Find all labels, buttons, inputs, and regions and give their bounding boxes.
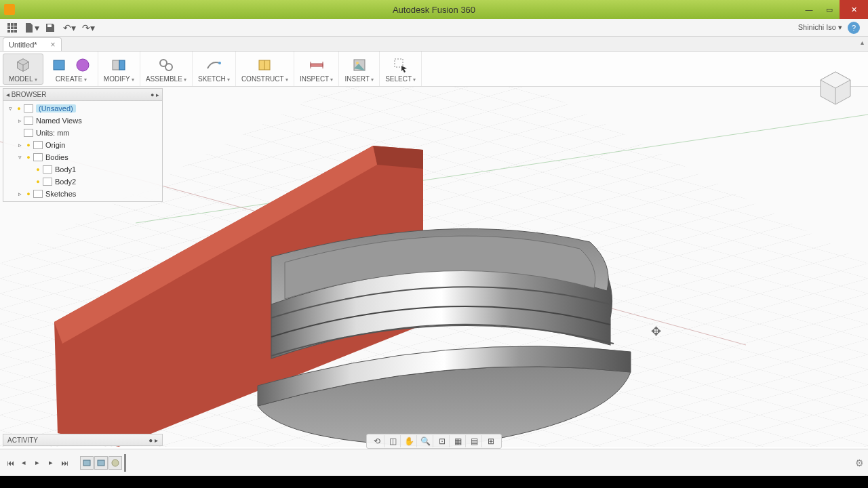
grid-button[interactable]: ▤ xyxy=(467,435,482,447)
model-workspace-icon xyxy=(14,56,33,75)
save-button[interactable] xyxy=(42,20,58,35)
activity-pin-icon[interactable]: ● ▸ xyxy=(149,436,158,444)
assemble-group[interactable]: ASSEMBLE xyxy=(140,52,193,86)
box-icon xyxy=(50,56,69,75)
maximize-button[interactable]: ▭ xyxy=(819,0,840,19)
tree-body2[interactable]: Body2 xyxy=(3,176,162,188)
svg-rect-13 xyxy=(119,60,125,70)
modify-group[interactable]: MODIFY xyxy=(98,52,140,86)
svg-rect-19 xyxy=(311,64,323,66)
timeline-feature-3[interactable] xyxy=(108,456,122,470)
look-button[interactable]: ◫ xyxy=(386,435,401,447)
assemble-label: ASSEMBLE xyxy=(146,75,186,83)
insert-icon xyxy=(350,56,369,75)
title-bar: Autodesk Fusion 360 — ▭ ✕ xyxy=(0,0,868,19)
document-tab[interactable]: Untitled* × xyxy=(3,37,62,51)
assemble-icon xyxy=(157,56,176,75)
modify-icon xyxy=(109,56,128,75)
timeline-play-controls: ⏮ ◂ ▸ ▸ ⏭ xyxy=(4,457,71,469)
timeline-settings-icon[interactable]: ⚙ xyxy=(855,458,864,468)
svg-rect-7 xyxy=(11,30,14,33)
svg-point-36 xyxy=(112,460,119,466)
browser-header[interactable]: ◂ BROWSER ● ▸ xyxy=(3,89,162,101)
workspace-label: MODEL xyxy=(9,75,37,83)
undo-button[interactable]: ↶▾ xyxy=(61,20,77,35)
document-tab-row: Untitled* × ▴ xyxy=(0,37,868,52)
orbit-button[interactable]: ⟲ xyxy=(370,435,384,447)
svg-point-16 xyxy=(218,62,221,64)
close-tab-icon[interactable]: × xyxy=(51,40,56,49)
timeline-feature-2[interactable] xyxy=(94,456,108,470)
svg-point-11 xyxy=(77,59,89,71)
tree-units[interactable]: Units: mm xyxy=(3,127,162,139)
display-button[interactable]: ▦ xyxy=(451,435,466,447)
svg-rect-1 xyxy=(11,23,14,26)
zoom-button[interactable]: 🔍 xyxy=(418,435,433,447)
timeline-feature-1[interactable] xyxy=(80,456,94,470)
svg-point-23 xyxy=(356,62,359,64)
select-group[interactable]: SELECT xyxy=(380,52,422,86)
tree-origin[interactable]: ▹Origin xyxy=(3,139,162,151)
browser-panel: ◂ BROWSER ● ▸ ▿(Unsaved) ▹Named Views Un… xyxy=(3,88,163,202)
tree-root[interactable]: ▿(Unsaved) xyxy=(3,102,162,115)
modify-label: MODIFY xyxy=(104,75,134,83)
construct-icon xyxy=(255,56,274,75)
tree-body1[interactable]: Body1 xyxy=(3,163,162,176)
timeline-prev-button[interactable]: ◂ xyxy=(18,457,30,469)
browser-tree: ▿(Unsaved) ▹Named Views Units: mm ▹Origi… xyxy=(3,101,162,201)
inspect-icon xyxy=(307,56,326,75)
collapse-ribbon-icon[interactable]: ▴ xyxy=(861,39,864,46)
window-controls: — ▭ ✕ xyxy=(799,0,868,19)
orbit-cursor-icon: ✥ xyxy=(651,324,661,339)
svg-rect-3 xyxy=(7,26,10,29)
svg-rect-12 xyxy=(113,60,119,70)
timeline-marker[interactable] xyxy=(124,454,126,472)
svg-rect-4 xyxy=(11,26,14,29)
sketch-icon xyxy=(204,56,223,75)
view-cube[interactable] xyxy=(815,68,856,108)
user-menu[interactable]: Shinichi Iso ▾ xyxy=(798,23,842,32)
activity-panel[interactable]: ACTIVITY ● ▸ xyxy=(3,434,163,446)
close-button[interactable]: ✕ xyxy=(840,0,868,19)
timeline: ⏮ ◂ ▸ ▸ ⏭ ⚙ xyxy=(0,449,868,476)
redo-button[interactable]: ↷▾ xyxy=(80,20,96,35)
create-label: CREATE xyxy=(56,75,87,83)
navigation-bar: ⟲ ◫ ✋ 🔍 ⊡ ▦ ▤ ⊞ xyxy=(366,434,502,449)
pan-button[interactable]: ✋ xyxy=(402,435,417,447)
svg-rect-10 xyxy=(54,60,64,70)
tree-bodies[interactable]: ▿Bodies xyxy=(3,151,162,163)
app-title: Autodesk Fusion 360 xyxy=(393,5,475,15)
data-panel-button[interactable] xyxy=(4,20,20,35)
inspect-group[interactable]: INSPECT xyxy=(294,52,340,86)
construct-group[interactable]: CONSTRUCT xyxy=(236,52,294,86)
bottom-black-bar xyxy=(0,476,868,488)
browser-title: BROWSER xyxy=(12,91,47,98)
timeline-start-button[interactable]: ⏮ xyxy=(4,457,16,469)
activity-label: ACTIVITY xyxy=(7,436,38,444)
viewports-button[interactable]: ⊞ xyxy=(484,435,498,447)
create-group[interactable]: CREATE xyxy=(45,52,98,86)
workspace-selector[interactable]: MODEL xyxy=(3,54,43,85)
file-button[interactable]: ▾ xyxy=(23,20,39,35)
ribbon-toolbar: MODEL CREATE MODIFY ASSEMBLE SKETCH CONS… xyxy=(0,52,868,87)
svg-rect-6 xyxy=(7,30,10,33)
svg-rect-9 xyxy=(47,24,52,27)
select-label: SELECT xyxy=(385,75,416,83)
help-button[interactable]: ? xyxy=(848,22,860,34)
pin-icon[interactable]: ● ▸ xyxy=(151,92,159,98)
insert-group[interactable]: INSERT xyxy=(339,52,380,86)
fit-button[interactable]: ⊡ xyxy=(435,435,450,447)
timeline-end-button[interactable]: ⏭ xyxy=(58,457,71,469)
sketch-label: SKETCH xyxy=(198,75,230,83)
svg-point-15 xyxy=(165,64,172,70)
timeline-next-button[interactable]: ▸ xyxy=(45,457,57,469)
select-icon xyxy=(391,56,410,75)
svg-rect-0 xyxy=(7,23,10,26)
minimize-button[interactable]: — xyxy=(799,0,819,19)
sketch-group[interactable]: SKETCH xyxy=(193,52,236,86)
tree-sketches[interactable]: ▹Sketches xyxy=(3,188,162,200)
timeline-play-button[interactable]: ▸ xyxy=(31,457,43,469)
construct-label: CONSTRUCT xyxy=(241,75,288,83)
tree-named-views[interactable]: ▹Named Views xyxy=(3,115,162,127)
svg-rect-2 xyxy=(14,23,17,26)
